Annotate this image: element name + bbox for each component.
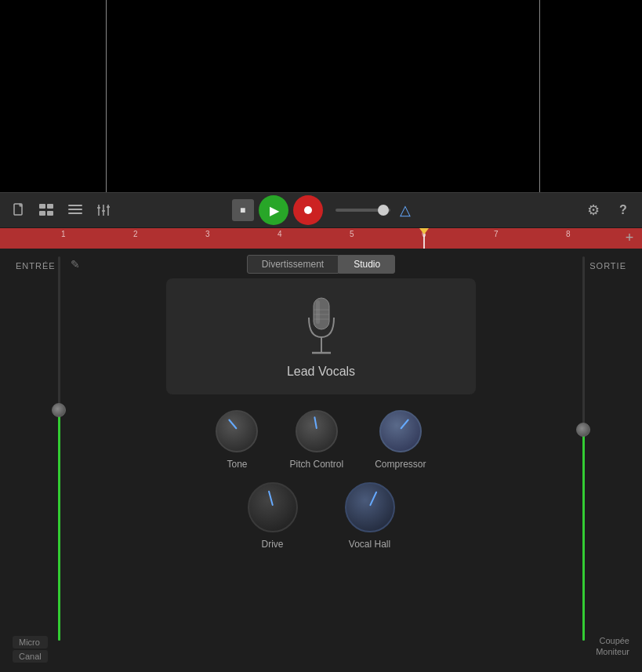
ruler-2: 2 <box>133 230 138 238</box>
pitch-control-knob-group: Pitch Control <box>289 410 343 470</box>
volume-control: △ <box>336 202 411 219</box>
compressor-label: Compressor <box>375 459 426 470</box>
play-button[interactable]: ▶ <box>259 195 288 225</box>
micro-label: Micro <box>13 636 48 648</box>
volume-slider[interactable] <box>336 209 390 212</box>
knobs-row-1: Tone Pitch Control Compressor <box>216 410 426 470</box>
bottom-right-section: Coupée Moniteur <box>596 636 629 656</box>
microphone-icon <box>298 294 345 365</box>
multi-track-icon[interactable] <box>34 198 60 223</box>
vertical-line-right <box>539 0 540 192</box>
fader-right-fill <box>582 430 585 641</box>
playhead <box>423 228 425 249</box>
fader-right <box>581 256 586 641</box>
stop-button[interactable]: ■ <box>232 199 254 221</box>
preset-name: Lead Vocals <box>287 365 355 379</box>
timeline[interactable]: 1 2 3 4 5 6 7 8 + <box>0 228 642 249</box>
new-document-icon[interactable] <box>6 198 31 223</box>
svg-rect-4 <box>47 211 53 216</box>
fader-right-handle[interactable] <box>576 423 590 437</box>
ruler-3: 3 <box>205 230 210 238</box>
bottom-left-section: Micro Canal <box>13 636 48 663</box>
toolbar: ■ ▶ △ ⚙ ? <box>0 192 642 228</box>
compressor-knob[interactable] <box>379 410 422 452</box>
drive-label: Drive <box>261 539 283 550</box>
fader-left-handle[interactable] <box>52 403 66 417</box>
tone-knob[interactable] <box>216 410 258 452</box>
record-button[interactable] <box>293 195 323 225</box>
sortie-label: SORTIE <box>589 261 626 271</box>
fader-right-track[interactable] <box>582 256 585 641</box>
volume-knob[interactable] <box>378 205 389 216</box>
tone-label: Tone <box>227 459 247 470</box>
svg-rect-7 <box>68 212 82 214</box>
top-black-area <box>0 0 642 192</box>
coupee-label: Coupée <box>599 636 629 645</box>
fader-left-fill <box>58 410 60 641</box>
drive-knob-group: Drive <box>248 482 298 550</box>
preset-box: Lead Vocals <box>166 278 476 394</box>
drive-indicator <box>267 490 273 506</box>
vocal-hall-label: Vocal Hall <box>349 539 390 550</box>
pencil-icon[interactable]: ✎ <box>71 258 80 271</box>
svg-rect-6 <box>68 209 82 210</box>
mixer-icon[interactable] <box>91 198 116 223</box>
fader-left-track[interactable] <box>58 256 60 641</box>
compressor-indicator <box>400 419 409 430</box>
bottom-labels: Micro Canal Coupée Moniteur <box>0 633 642 672</box>
svg-rect-3 <box>39 211 45 216</box>
vocal-hall-knob-group: Vocal Hall <box>345 482 395 550</box>
svg-rect-1 <box>39 204 45 209</box>
playhead-marker <box>419 228 429 234</box>
ruler-8: 8 <box>566 230 571 238</box>
ruler-1: 1 <box>61 230 66 238</box>
svg-rect-20 <box>316 300 320 324</box>
room-btn-studio[interactable]: Studio <box>339 255 395 274</box>
drive-knob[interactable] <box>248 482 298 532</box>
fader-left <box>56 256 61 641</box>
vocal-hall-knob[interactable] <box>345 482 395 532</box>
canal-label: Canal <box>13 650 48 663</box>
main-area: ENTRÉE SORTIE ✎ Divertissement Studio <box>0 249 642 672</box>
pitch-control-label: Pitch Control <box>289 459 343 470</box>
ruler-4: 4 <box>277 230 282 238</box>
add-track-button[interactable]: + <box>622 230 637 245</box>
vertical-line-left <box>106 0 107 192</box>
help-icon[interactable]: ? <box>611 198 636 223</box>
playback-controls: ■ ▶ △ <box>232 195 411 225</box>
svg-rect-5 <box>68 205 82 206</box>
room-selector: Divertissement Studio <box>247 255 395 274</box>
vocal-hall-indicator <box>369 491 377 506</box>
tone-knob-group: Tone <box>216 410 258 470</box>
metronome-icon[interactable]: △ <box>400 202 411 219</box>
compressor-knob-group: Compressor <box>375 410 426 470</box>
pitch-control-knob[interactable] <box>296 410 338 452</box>
settings-icon[interactable]: ⚙ <box>581 198 606 223</box>
ruler-7: 7 <box>494 230 499 238</box>
entree-label: ENTRÉE <box>16 261 56 271</box>
pitch-indicator <box>314 416 317 429</box>
tone-indicator <box>228 419 238 430</box>
tracks-list-icon[interactable] <box>63 198 88 223</box>
knobs-row-2: Drive Vocal Hall <box>248 482 395 550</box>
moniteur-label: Moniteur <box>596 647 629 656</box>
svg-rect-2 <box>47 204 53 209</box>
room-btn-divertissement[interactable]: Divertissement <box>247 255 339 274</box>
ruler-5: 5 <box>350 230 354 238</box>
